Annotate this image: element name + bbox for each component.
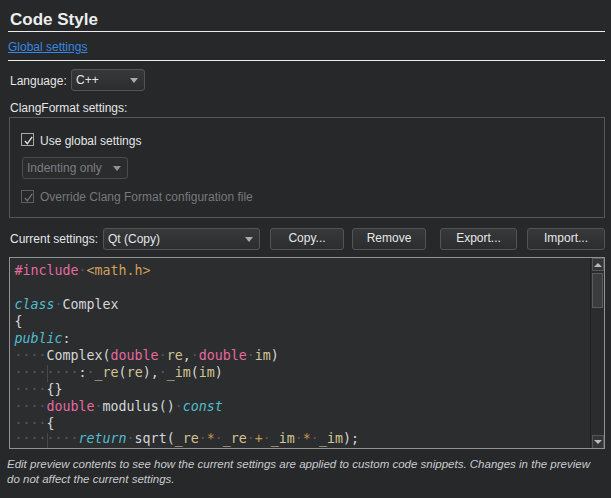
code-style-settings-page: Code Style Global settings Language: C++… (0, 0, 611, 498)
indenting-combobox: Indenting only (22, 157, 128, 179)
code-line: ········:·_re(re),·_im(im) (15, 364, 591, 381)
clangformat-settings-label: ClangFormat settings: (10, 101, 127, 115)
code-line: ········return·sqrt(_re·*·_re·+·_im·*·_i… (15, 430, 591, 447)
scrollbar-up-button[interactable] (592, 258, 604, 271)
chevron-down-icon (245, 237, 253, 242)
editor-scrollbar[interactable] (590, 258, 604, 448)
code-line: ····Complex(double·re,·double·im) (15, 347, 591, 364)
export-button[interactable]: Export... (440, 228, 517, 250)
current-settings-combobox[interactable]: Qt (Copy) (103, 228, 260, 250)
triangle-down-icon (594, 440, 602, 444)
indenting-combobox-value: Indenting only (27, 161, 102, 175)
header-separator (8, 60, 605, 61)
code-line: #include·<math.h> (15, 262, 591, 279)
current-settings-label: Current settings: (10, 232, 98, 246)
code-preview-editor[interactable]: #include·<math.h> class·Complex{public:·… (9, 257, 605, 449)
help-note-line1: Edit preview contents to see how the cur… (7, 458, 590, 470)
copy-button[interactable]: Copy... (270, 228, 344, 250)
code-line: { (15, 313, 591, 330)
code-preview-text[interactable]: #include·<math.h> class·Complex{public:·… (10, 258, 590, 448)
language-combobox-value: C++ (76, 73, 99, 87)
override-clangformat-checkbox (21, 190, 34, 203)
indent-guide (47, 365, 48, 382)
checkmark-icon (22, 191, 35, 204)
code-line: ····{} (15, 381, 591, 398)
page-title: Code Style (10, 10, 98, 30)
import-button[interactable]: Import... (527, 228, 605, 250)
indent-guide (47, 433, 48, 449)
code-line (15, 279, 591, 296)
remove-button[interactable]: Remove (352, 228, 426, 250)
checkmark-icon (22, 134, 35, 147)
global-settings-link[interactable]: Global settings (8, 40, 87, 54)
scrollbar-down-button[interactable] (592, 435, 604, 448)
language-label: Language: (10, 74, 67, 88)
code-line: class·Complex (15, 296, 591, 313)
use-global-settings-checkbox[interactable] (21, 133, 34, 146)
override-clangformat-label: Override Clang Format configuration file (40, 190, 253, 204)
scrollbar-thumb[interactable] (592, 273, 603, 308)
current-settings-combobox-value: Qt (Copy) (108, 232, 160, 246)
code-line: ····double·modulus()·const (15, 398, 591, 415)
chevron-down-icon (113, 166, 121, 171)
clangformat-groupbox: Use global settings Indenting only Overr… (9, 117, 605, 218)
use-global-settings-label[interactable]: Use global settings (40, 134, 141, 148)
code-line: public: (15, 330, 591, 347)
language-combobox[interactable]: C++ (71, 69, 145, 91)
help-note-line2: do not affect the current settings. (7, 473, 175, 485)
chevron-down-icon (130, 78, 138, 83)
triangle-up-icon (594, 263, 602, 267)
title-separator (8, 31, 605, 32)
